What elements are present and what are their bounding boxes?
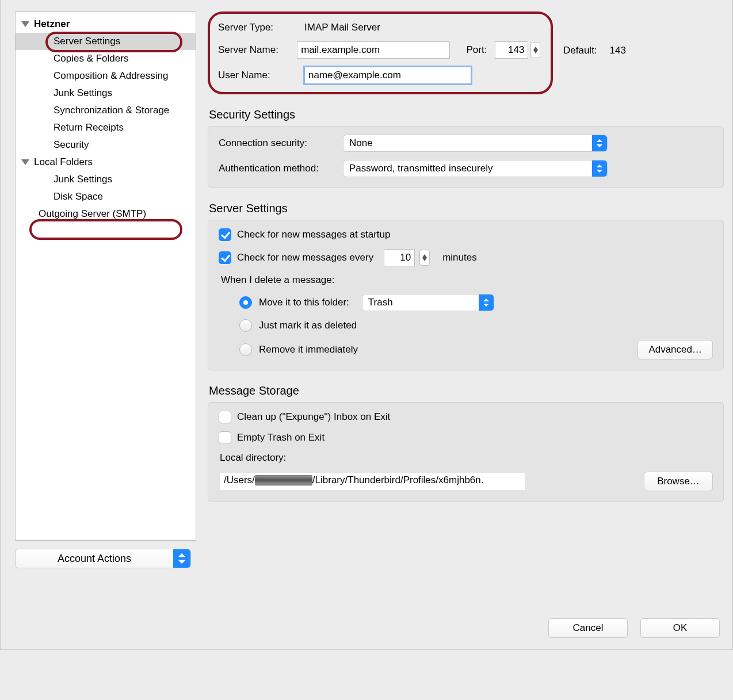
check-startup-checkbox[interactable] bbox=[219, 228, 231, 241]
account-actions-dropdown[interactable]: Account Actions bbox=[15, 549, 191, 568]
account-actions-label: Account Actions bbox=[16, 553, 173, 565]
sidebar-item-security[interactable]: Security bbox=[16, 136, 196, 154]
sidebar-item-junk-settings[interactable]: Junk Settings bbox=[16, 85, 196, 102]
port-label: Port: bbox=[466, 44, 487, 56]
port-input[interactable] bbox=[495, 41, 528, 59]
security-settings-panel: Connection security: None Authentication… bbox=[208, 126, 724, 188]
ok-button[interactable]: OK bbox=[640, 618, 720, 638]
account-tree: Hetzner Server Settings Copies & Folders… bbox=[15, 12, 196, 541]
check-every-stepper[interactable] bbox=[419, 250, 430, 266]
chevron-down-icon bbox=[21, 21, 29, 27]
highlight-server-info: Server Type: IMAP Mail Server Server Nam… bbox=[208, 12, 553, 94]
chevron-down-icon bbox=[21, 159, 29, 165]
select-arrows-icon bbox=[592, 160, 607, 177]
connection-security-select[interactable]: None bbox=[343, 135, 608, 152]
cancel-button[interactable]: Cancel bbox=[548, 618, 628, 638]
server-type-value: IMAP Mail Server bbox=[304, 22, 380, 33]
message-storage-heading: Message Storage bbox=[209, 384, 724, 397]
account-local-folders[interactable]: Local Folders bbox=[16, 154, 196, 171]
browse-button[interactable]: Browse… bbox=[644, 472, 713, 491]
empty-trash-label: Empty Trash on Exit bbox=[237, 432, 324, 443]
check-every-label-pre: Check for new messages every bbox=[237, 252, 373, 263]
svg-marker-1 bbox=[178, 560, 186, 564]
server-name-label: Server Name: bbox=[218, 44, 297, 56]
delete-move-label: Move it to this folder: bbox=[259, 297, 349, 308]
delete-remove-radio[interactable] bbox=[239, 343, 252, 356]
port-stepper[interactable] bbox=[530, 42, 540, 58]
local-directory-label: Local directory: bbox=[220, 452, 286, 464]
user-name-label: User Name: bbox=[218, 70, 304, 81]
sidebar-item-copies-folders[interactable]: Copies & Folders bbox=[16, 50, 196, 67]
select-arrows-icon bbox=[592, 135, 607, 151]
local-directory-input[interactable]: /Users//Library/Thunderbird/Profiles/x6m… bbox=[220, 473, 525, 490]
sidebar-item-sync-storage[interactable]: Synchronization & Storage bbox=[16, 102, 196, 119]
dropdown-arrow-icon bbox=[173, 549, 190, 568]
server-name-input[interactable] bbox=[297, 41, 450, 59]
default-port-value: 143 bbox=[610, 45, 626, 56]
when-delete-label: When I delete a message: bbox=[221, 274, 335, 286]
check-startup-label: Check for new messages at startup bbox=[237, 229, 390, 240]
empty-trash-checkbox[interactable] bbox=[219, 431, 231, 444]
account-hetzner[interactable]: Hetzner bbox=[16, 16, 196, 33]
sidebar-item-lf-disk[interactable]: Disk Space bbox=[16, 188, 196, 205]
sidebar-item-smtp[interactable]: Outgoing Server (SMTP) bbox=[16, 205, 196, 223]
svg-marker-9 bbox=[422, 258, 427, 261]
svg-marker-3 bbox=[533, 50, 538, 53]
user-name-input[interactable] bbox=[304, 67, 471, 84]
sidebar-item-server-settings[interactable]: Server Settings bbox=[16, 33, 196, 50]
sidebar-item-composition-addressing[interactable]: Composition & Addressing bbox=[16, 67, 196, 85]
message-storage-panel: Clean up ("Expunge") Inbox on Exit Empty… bbox=[208, 402, 724, 502]
server-settings-panel: Check for new messages at startup Check … bbox=[208, 220, 724, 370]
default-port-label: Default: bbox=[563, 45, 597, 56]
delete-move-radio[interactable] bbox=[239, 296, 252, 309]
redacted-username bbox=[255, 475, 312, 485]
svg-marker-7 bbox=[597, 170, 602, 173]
security-settings-heading: Security Settings bbox=[209, 108, 724, 121]
server-type-label: Server Type: bbox=[218, 22, 304, 33]
check-every-input[interactable] bbox=[384, 249, 415, 266]
auth-method-select[interactable]: Password, transmitted insecurely bbox=[343, 160, 608, 177]
delete-mark-label: Just mark it as deleted bbox=[259, 320, 357, 331]
svg-marker-6 bbox=[597, 165, 602, 167]
svg-marker-5 bbox=[597, 144, 602, 147]
select-arrows-icon bbox=[479, 294, 494, 311]
delete-remove-label: Remove it immediately bbox=[259, 344, 358, 355]
server-settings-heading: Server Settings bbox=[209, 202, 724, 215]
svg-marker-0 bbox=[178, 553, 186, 557]
trash-folder-select[interactable]: Trash bbox=[362, 294, 494, 311]
connection-security-label: Connection security: bbox=[219, 137, 343, 149]
svg-marker-10 bbox=[483, 299, 489, 301]
sidebar-item-return-receipts[interactable]: Return Receipts bbox=[16, 119, 196, 136]
sidebar-item-lf-junk[interactable]: Junk Settings bbox=[16, 171, 196, 188]
advanced-button[interactable]: Advanced… bbox=[637, 340, 713, 359]
expunge-checkbox[interactable] bbox=[219, 411, 231, 423]
check-every-label-post: minutes bbox=[442, 252, 477, 263]
svg-marker-4 bbox=[597, 139, 602, 142]
check-every-checkbox[interactable] bbox=[219, 251, 231, 264]
expunge-label: Clean up ("Expunge") Inbox on Exit bbox=[237, 411, 390, 423]
auth-method-label: Authentication method: bbox=[219, 163, 343, 174]
delete-mark-radio[interactable] bbox=[239, 319, 252, 332]
svg-marker-11 bbox=[483, 304, 489, 307]
